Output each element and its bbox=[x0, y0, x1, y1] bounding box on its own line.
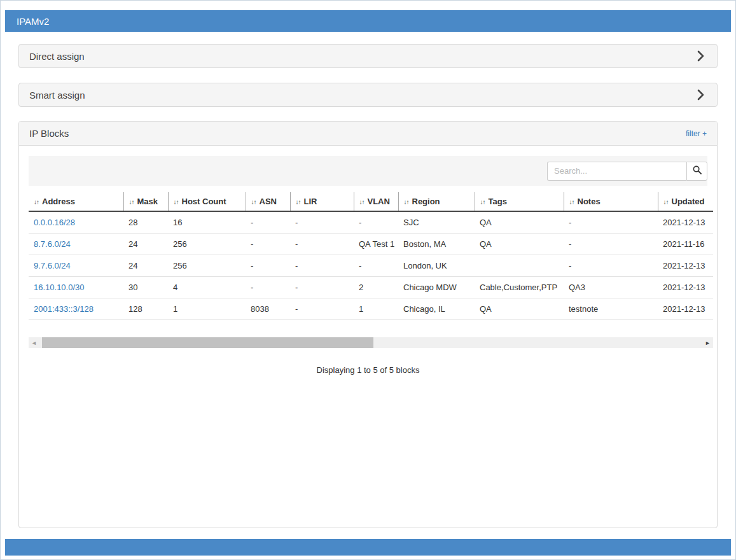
column-header-mask[interactable]: ↓↑Mask bbox=[123, 192, 168, 211]
cell-host-count: 256 bbox=[168, 255, 246, 277]
cell-updated: 2021-12-13 bbox=[658, 277, 713, 298]
ip-blocks-title: IP Blocks bbox=[29, 128, 69, 139]
column-label: Host Count bbox=[182, 197, 226, 206]
cell-asn: - bbox=[246, 255, 290, 277]
ip-blocks-body: ↓↑Address↓↑Mask↓↑Host Count↓↑ASN↓↑LIR↓↑V… bbox=[19, 146, 717, 385]
panel-ip-blocks: IP Blocks filter + bbox=[18, 121, 718, 528]
cell-asn: 8038 bbox=[246, 298, 290, 320]
cell-host-count: 256 bbox=[168, 234, 246, 255]
column-header-host-count[interactable]: ↓↑Host Count bbox=[168, 192, 246, 211]
cell-region: SJC bbox=[398, 211, 475, 234]
cell-region: Chicago MDW bbox=[398, 277, 475, 298]
address-link[interactable]: 9.7.6.0/24 bbox=[34, 261, 71, 270]
search-button[interactable] bbox=[686, 162, 707, 181]
cell-address: 8.7.6.0/24 bbox=[29, 234, 123, 255]
cell-notes: - bbox=[564, 211, 658, 234]
cell-updated: 2021-12-13 bbox=[658, 211, 713, 234]
address-link[interactable]: 0.0.0.16/28 bbox=[34, 218, 75, 227]
column-label: Region bbox=[412, 197, 440, 206]
sort-icon: ↓↑ bbox=[174, 199, 179, 206]
column-label: Mask bbox=[137, 197, 158, 206]
column-label: LIR bbox=[304, 197, 317, 206]
cell-address: 9.7.6.0/24 bbox=[29, 255, 123, 277]
panel-smart-assign[interactable]: Smart assign bbox=[18, 83, 718, 107]
table-header-row: ↓↑Address↓↑Mask↓↑Host Count↓↑ASN↓↑LIR↓↑V… bbox=[29, 192, 713, 211]
column-label: Address bbox=[42, 197, 75, 206]
cell-notes: - bbox=[564, 234, 658, 255]
cell-mask: 24 bbox=[123, 234, 168, 255]
page: IPAMv2 Direct assign Smart assign IP Blo… bbox=[0, 0, 736, 560]
cell-asn: - bbox=[246, 234, 290, 255]
cell-vlan: 2 bbox=[354, 277, 398, 298]
chevron-right-icon bbox=[697, 50, 704, 62]
cell-mask: 28 bbox=[123, 211, 168, 234]
cell-tags: QA bbox=[475, 234, 564, 255]
cell-mask: 24 bbox=[123, 255, 168, 277]
cell-lir: - bbox=[290, 255, 354, 277]
sort-icon: ↓↑ bbox=[251, 199, 256, 206]
scroll-left-button[interactable]: ◄ bbox=[29, 337, 39, 348]
cell-host-count: 16 bbox=[168, 211, 246, 234]
table-row: 2001:433::3/12812818038-1Chicago, ILQAte… bbox=[29, 298, 713, 320]
navbar: IPAMv2 bbox=[5, 10, 731, 32]
ip-blocks-table: ↓↑Address↓↑Mask↓↑Host Count↓↑ASN↓↑LIR↓↑V… bbox=[29, 192, 713, 320]
panel-direct-assign[interactable]: Direct assign bbox=[18, 44, 718, 68]
sort-icon: ↓↑ bbox=[404, 199, 409, 206]
cell-address: 2001:433::3/128 bbox=[29, 298, 123, 320]
column-header-vlan[interactable]: ↓↑VLAN bbox=[354, 192, 398, 211]
table-row: 9.7.6.0/2424256---London, UK-2021-12-13 bbox=[29, 255, 713, 277]
cell-mask: 30 bbox=[123, 277, 168, 298]
column-header-tags[interactable]: ↓↑Tags bbox=[475, 192, 564, 211]
column-label: VLAN bbox=[368, 197, 390, 206]
scroll-right-button[interactable]: ► bbox=[702, 337, 713, 348]
table-row: 0.0.0.16/282816---SJCQA-2021-12-13 bbox=[29, 211, 713, 234]
address-link[interactable]: 2001:433::3/128 bbox=[34, 304, 94, 314]
chevron-right-icon bbox=[697, 89, 704, 101]
cell-host-count: 4 bbox=[168, 277, 246, 298]
cell-region: Chicago, IL bbox=[398, 298, 475, 320]
column-header-asn[interactable]: ↓↑ASN bbox=[246, 192, 290, 211]
search-input[interactable] bbox=[547, 162, 686, 181]
filter-link[interactable]: filter + bbox=[686, 129, 707, 138]
column-label: ASN bbox=[260, 197, 277, 206]
column-header-lir[interactable]: ↓↑LIR bbox=[290, 192, 354, 211]
cell-tags: Cable,Customer,PTP bbox=[475, 277, 564, 298]
sort-icon: ↓↑ bbox=[129, 199, 134, 206]
sort-icon: ↓↑ bbox=[569, 199, 574, 206]
cell-vlan: - bbox=[354, 255, 398, 277]
table-toolbar bbox=[29, 156, 707, 186]
column-label: Updated bbox=[672, 197, 705, 206]
cell-lir: - bbox=[290, 277, 354, 298]
sort-icon: ↓↑ bbox=[359, 199, 365, 206]
cell-lir: - bbox=[290, 298, 354, 320]
cell-lir: - bbox=[290, 234, 354, 255]
table-summary: Displaying 1 to 5 of 5 blocks bbox=[29, 365, 707, 375]
app-title: IPAMv2 bbox=[17, 16, 49, 27]
column-header-notes[interactable]: ↓↑Notes bbox=[564, 192, 658, 211]
table-body: 0.0.0.16/282816---SJCQA-2021-12-138.7.6.… bbox=[29, 211, 713, 320]
search-group bbox=[547, 162, 707, 181]
table-row: 16.10.10.0/30304--2Chicago MDWCable,Cust… bbox=[29, 277, 713, 298]
column-header-address[interactable]: ↓↑Address bbox=[29, 192, 123, 211]
cell-vlan: 1 bbox=[354, 298, 398, 320]
sort-icon: ↓↑ bbox=[296, 199, 301, 206]
cell-asn: - bbox=[246, 211, 290, 234]
cell-notes: QA3 bbox=[564, 277, 658, 298]
scrollbar-thumb[interactable] bbox=[42, 337, 373, 348]
sort-icon: ↓↑ bbox=[34, 199, 39, 206]
address-link[interactable]: 16.10.10.0/30 bbox=[34, 283, 85, 292]
horizontal-scrollbar[interactable]: ◄ ► bbox=[29, 337, 713, 348]
sort-icon: ↓↑ bbox=[663, 199, 669, 206]
cell-address: 16.10.10.0/30 bbox=[29, 277, 123, 298]
cell-mask: 128 bbox=[123, 298, 168, 320]
cell-asn: - bbox=[246, 277, 290, 298]
cell-address: 0.0.0.16/28 bbox=[29, 211, 123, 234]
address-link[interactable]: 8.7.6.0/24 bbox=[34, 239, 71, 249]
column-header-updated[interactable]: ↓↑Updated bbox=[658, 192, 713, 211]
cell-updated: 2021-12-13 bbox=[658, 255, 713, 277]
cell-tags: QA bbox=[475, 298, 564, 320]
column-header-region[interactable]: ↓↑Region bbox=[398, 192, 475, 211]
search-icon bbox=[693, 165, 702, 176]
table-row: 8.7.6.0/2424256--QA Test 1Boston, MAQA-2… bbox=[29, 234, 713, 255]
main-content: Direct assign Smart assign IP Blocks fil… bbox=[1, 44, 735, 528]
